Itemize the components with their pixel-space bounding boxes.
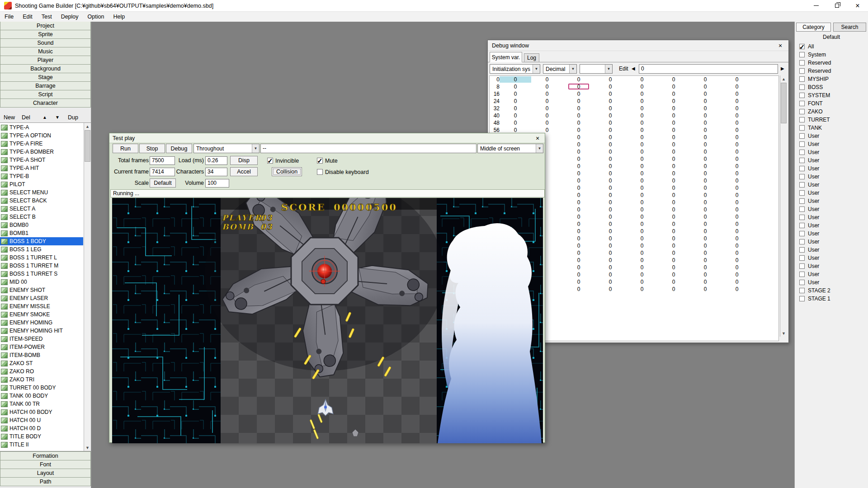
debug-cell[interactable]: 0	[594, 286, 626, 292]
invincible-checkbox-group[interactable]: ✓ Invincible	[267, 156, 299, 165]
category-filter-row[interactable]: Reserved	[795, 67, 868, 75]
debug-cell[interactable]: 0	[594, 272, 626, 278]
debug-cell[interactable]: 0	[658, 185, 689, 191]
category-checkbox[interactable]	[799, 190, 805, 196]
category-filter-row[interactable]: User	[795, 278, 868, 286]
debug-cell[interactable]: 0	[689, 206, 721, 213]
debug-cell[interactable]: 0	[721, 286, 753, 292]
test-play-close-icon[interactable]: ×	[533, 135, 542, 141]
debug-cell[interactable]: 0	[689, 91, 721, 97]
debug-cell[interactable]: 0	[594, 127, 626, 133]
debug-cell[interactable]: 0	[594, 250, 626, 256]
debug-cell[interactable]: 0	[500, 84, 531, 90]
category-filter-row[interactable]: ZAKO	[795, 108, 868, 116]
category-checkbox[interactable]	[799, 158, 805, 163]
debug-cell[interactable]: 0	[594, 257, 626, 263]
debug-cell[interactable]: 0	[626, 141, 658, 148]
scroll-up-icon[interactable]: ▲	[780, 75, 787, 82]
debug-cell[interactable]: 0	[500, 127, 531, 133]
debug-cell[interactable]: 0	[626, 214, 658, 220]
debug-cell[interactable]: 0	[563, 214, 594, 220]
debug-cell[interactable]: 0	[594, 120, 626, 126]
sprite-list-item[interactable]: HATCH 00 U	[0, 416, 83, 424]
debug-cell[interactable]: 0	[594, 91, 626, 97]
tab-log[interactable]: Log	[524, 53, 539, 62]
category-checkbox[interactable]	[799, 247, 805, 253]
dropdown-icon[interactable]: ▼	[605, 65, 612, 73]
debug-cell[interactable]: 0	[689, 163, 721, 169]
sprite-list-item[interactable]: BOSS 1 TURRET M	[0, 262, 83, 270]
category-filter-row[interactable]: STAGE 2	[795, 286, 868, 295]
debug-cell[interactable]: 0	[563, 91, 594, 97]
debug-cell[interactable]: 0	[500, 98, 531, 104]
category-filter-row[interactable]: BOSS	[795, 83, 868, 91]
sprite-list-item[interactable]: BOSS 1 TURRET L	[0, 253, 83, 262]
category-checkbox[interactable]	[799, 101, 805, 106]
screen-position-select[interactable]: Middle of screen ▼	[477, 144, 543, 153]
debug-cell[interactable]: 0	[721, 84, 753, 90]
category-checkbox[interactable]	[799, 76, 805, 82]
category-filter-row[interactable]: User	[795, 246, 868, 254]
debug-cell[interactable]: 0	[563, 235, 594, 242]
debug-cell[interactable]: 0	[563, 257, 594, 263]
sprite-list-item[interactable]: BOSS 1 TURRET S	[0, 270, 83, 278]
category-checkbox[interactable]	[799, 288, 805, 293]
debug-cell[interactable]: 0	[658, 91, 689, 97]
debug-cell[interactable]: 0	[626, 127, 658, 133]
debug-cell[interactable]: 0	[594, 235, 626, 242]
debug-cell[interactable]: 0	[563, 163, 594, 169]
debug-cell[interactable]: 0	[658, 235, 689, 242]
debug-cell[interactable]: 0	[594, 192, 626, 198]
debug-cell[interactable]: 0	[689, 250, 721, 256]
mute-checkbox-group[interactable]: ✓ Mute	[317, 156, 338, 165]
sprite-list-item[interactable]: TYPE-A OPTION	[0, 131, 83, 140]
sprite-list-item[interactable]: BOMB0	[0, 221, 83, 229]
debug-cell[interactable]: 0	[721, 76, 753, 83]
sprite-list-item[interactable]: ZAKO ST	[0, 359, 83, 367]
debug-cell[interactable]: 0	[594, 178, 626, 184]
category-filter-row[interactable]: User	[795, 173, 868, 181]
debug-cell[interactable]: 0	[531, 76, 563, 83]
format-select[interactable]: Decimal ▼	[543, 64, 577, 74]
debug-cell[interactable]: 0	[721, 192, 753, 198]
close-button[interactable]: ×	[847, 0, 868, 11]
debug-cell[interactable]: 0	[658, 286, 689, 292]
category-checkbox[interactable]	[799, 296, 805, 301]
debug-cell[interactable]: 0	[721, 228, 753, 235]
debug-cell[interactable]: 0	[626, 272, 658, 278]
debug-cell[interactable]: 0	[658, 98, 689, 104]
debug-cell[interactable]: 0	[658, 272, 689, 278]
debug-cell[interactable]: 0	[563, 206, 594, 213]
debug-cell[interactable]: 0	[626, 163, 658, 169]
category-checkbox[interactable]	[799, 231, 805, 236]
menu-item-edit[interactable]: Edit	[18, 12, 37, 22]
debug-cell[interactable]: 0	[594, 98, 626, 104]
category-filter-row[interactable]: User	[795, 189, 868, 197]
debug-cell[interactable]: 0	[626, 105, 658, 112]
edit-prev-icon[interactable]: ◀	[632, 66, 635, 71]
debug-cell[interactable]: 0	[658, 178, 689, 184]
category-checkbox[interactable]: ✓	[799, 44, 805, 49]
debug-cell[interactable]: 0	[658, 228, 689, 235]
debug-cell[interactable]: 0	[721, 98, 753, 104]
debug-cell[interactable]: 0	[563, 105, 594, 112]
debug-cell[interactable]: 0	[563, 221, 594, 227]
category-filter-row[interactable]: User	[795, 270, 868, 278]
edit-next-icon[interactable]: ▶	[781, 66, 784, 71]
debug-cell[interactable]: 0	[626, 206, 658, 213]
category-checkbox[interactable]	[799, 60, 805, 66]
debug-cell[interactable]: 0	[563, 170, 594, 177]
debug-cell[interactable]: 0	[721, 264, 753, 271]
dropdown-icon[interactable]: ▼	[252, 144, 259, 153]
debug-cell[interactable]: 0	[500, 120, 531, 126]
debug-cell[interactable]: 0	[531, 113, 563, 119]
sprite-list-item[interactable]: PILOT	[0, 180, 83, 188]
debug-cell[interactable]: 0	[594, 214, 626, 220]
debug-cell[interactable]: 0	[689, 286, 721, 292]
debug-cell[interactable]: 0	[563, 127, 594, 133]
category-filter-row[interactable]: User	[795, 197, 868, 205]
debug-cell[interactable]: 0	[500, 113, 531, 119]
new-button[interactable]: New	[4, 113, 15, 122]
debug-cell[interactable]: 0	[626, 221, 658, 227]
volume-field[interactable]: 100	[205, 179, 229, 188]
